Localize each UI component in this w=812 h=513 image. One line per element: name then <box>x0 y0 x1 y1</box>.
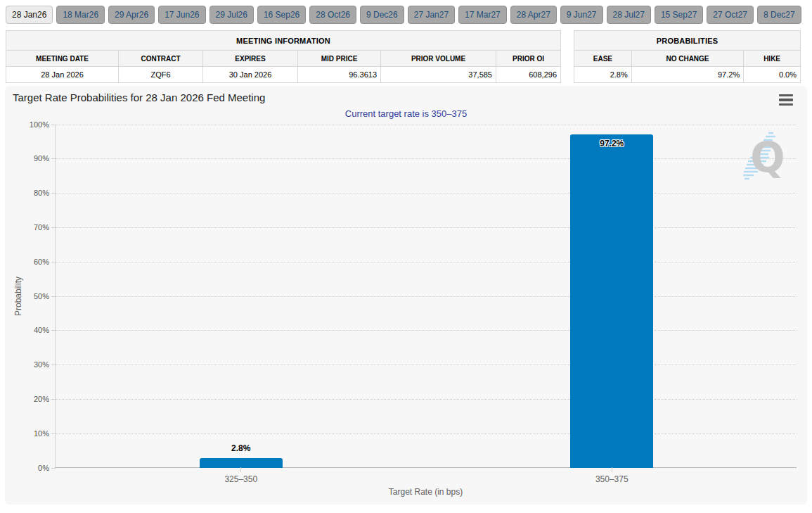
y-axis-label: 40% <box>20 326 49 335</box>
table-row: 2.8%97.2%0.0% <box>574 67 801 83</box>
y-axis-label: 70% <box>20 223 49 232</box>
y-axis-label: 90% <box>20 154 49 163</box>
table-cell: 0.0% <box>744 67 801 83</box>
x-category-label: 325–350 <box>195 474 287 484</box>
y-axis-tick <box>51 296 56 297</box>
table-title: PROBABILITIES <box>574 31 801 51</box>
y-axis-tick <box>51 330 56 331</box>
summary-tables: MEETING INFORMATIONMEETING DATECONTRACTE… <box>6 30 801 83</box>
bar-value-label: 2.8% <box>200 443 283 453</box>
y-axis-tick <box>51 158 56 159</box>
meeting-tab-29-apr26[interactable]: 29 Apr26 <box>108 6 155 24</box>
meeting-tab-27-jan27[interactable]: 27 Jan27 <box>408 6 455 24</box>
y-axis-label: 0% <box>20 464 49 473</box>
meeting-tab-28-jan26[interactable]: 28 Jan26 <box>6 6 53 24</box>
column-header: CONTRACT <box>119 51 203 67</box>
y-axis-tick <box>51 399 56 400</box>
meeting-tab-28-jul27[interactable]: 28 Jul27 <box>607 6 651 24</box>
table-cell: 28 Jan 2026 <box>6 67 119 83</box>
y-axis-tick <box>51 262 56 262</box>
probability-bar-350–375[interactable] <box>570 134 653 468</box>
y-axis-tick <box>51 125 56 125</box>
gridline <box>56 330 797 331</box>
y-axis-label: 80% <box>20 189 49 198</box>
gridline <box>56 262 797 262</box>
y-axis-label: 50% <box>20 292 49 301</box>
table-title: MEETING INFORMATION <box>6 31 561 51</box>
y-axis-label: 10% <box>20 429 49 438</box>
column-header: EXPIRES <box>203 51 298 67</box>
y-axis-label: 60% <box>20 258 49 267</box>
probabilities-table: PROBABILITIESEASENO CHANGEHIKE2.8%97.2%0… <box>574 30 801 83</box>
table-cell: 608,296 <box>496 67 561 83</box>
chart-subtitle: Current target rate is 350–375 <box>5 108 807 119</box>
table-cell: 30 Jan 2026 <box>203 67 298 83</box>
y-axis-tick <box>51 433 56 434</box>
meeting-tab-8-dec27[interactable]: 8 Dec27 <box>757 6 801 24</box>
meeting-tab-17-mar27[interactable]: 17 Mar27 <box>458 6 507 24</box>
meeting-tab-15-sep27[interactable]: 15 Sep27 <box>655 6 703 24</box>
column-header: HIKE <box>744 51 801 67</box>
probability-bar-325–350[interactable] <box>200 458 283 468</box>
gridline <box>56 365 797 365</box>
column-header: MEETING DATE <box>6 51 119 67</box>
chart-title: Target Rate Probabilities for 28 Jan 202… <box>13 91 265 103</box>
column-header: NO CHANGE <box>631 51 743 67</box>
meeting-tab-28-oct26[interactable]: 28 Oct26 <box>309 6 356 24</box>
x-axis-title: Target Rate (in bps) <box>55 487 797 497</box>
meeting-tab-17-jun26[interactable]: 17 Jun26 <box>158 6 205 24</box>
column-header: EASE <box>574 51 632 67</box>
meeting-tab-28-apr27[interactable]: 28 Apr27 <box>510 6 557 24</box>
y-axis-tick <box>51 227 56 228</box>
table-cell: 37,585 <box>381 67 496 83</box>
column-header: PRIOR OI <box>496 51 561 67</box>
gridline <box>56 158 797 159</box>
table-row: 28 Jan 2026ZQF630 Jan 202696.361337,5856… <box>6 67 561 83</box>
table-cell: ZQF6 <box>119 67 203 83</box>
column-header: PRIOR VOLUME <box>381 51 496 67</box>
gridline <box>56 193 797 194</box>
y-axis-label: 100% <box>20 120 49 129</box>
chart-menu-hamburger-icon[interactable] <box>779 94 793 106</box>
meeting-tab-9-dec26[interactable]: 9 Dec26 <box>360 6 404 24</box>
gridline <box>56 125 797 125</box>
y-axis-label: 20% <box>20 395 49 404</box>
bar-value-label: 97.2% <box>570 139 653 148</box>
table-cell: 2.8% <box>574 67 632 83</box>
meeting-tab-9-jun27[interactable]: 9 Jun27 <box>560 6 603 24</box>
x-axis-tick <box>612 467 612 472</box>
table-cell: 97.2% <box>631 67 743 83</box>
meeting-tab-18-mar26[interactable]: 18 Mar26 <box>56 6 105 24</box>
plot-area: 0%10%20%30%40%50%60%70%80%90%100%2.8%325… <box>55 125 797 468</box>
x-category-label: 350–375 <box>566 474 657 484</box>
gridline <box>56 399 797 400</box>
meeting-tab-29-jul26[interactable]: 29 Jul26 <box>210 6 254 24</box>
meeting-info-table: MEETING INFORMATIONMEETING DATECONTRACTE… <box>6 30 561 83</box>
column-header: MID PRICE <box>298 51 381 67</box>
gridline <box>56 296 797 297</box>
y-axis-tick <box>51 365 56 365</box>
y-axis-label: 30% <box>20 360 49 369</box>
meeting-tab-27-oct27[interactable]: 27 Oct27 <box>707 6 754 24</box>
table-cell: 96.3613 <box>298 67 381 83</box>
gridline <box>56 433 797 434</box>
y-axis-tick <box>51 193 56 194</box>
gridline <box>56 227 797 228</box>
meeting-tab-bar: 28 Jan2618 Mar2629 Apr2617 Jun2629 Jul26… <box>0 0 812 29</box>
x-axis-tick <box>240 467 241 472</box>
meeting-tab-16-sep26[interactable]: 16 Sep26 <box>257 6 306 24</box>
y-axis-tick <box>51 468 56 469</box>
target-rate-chart: Target Rate Probabilities for 28 Jan 202… <box>5 86 807 505</box>
